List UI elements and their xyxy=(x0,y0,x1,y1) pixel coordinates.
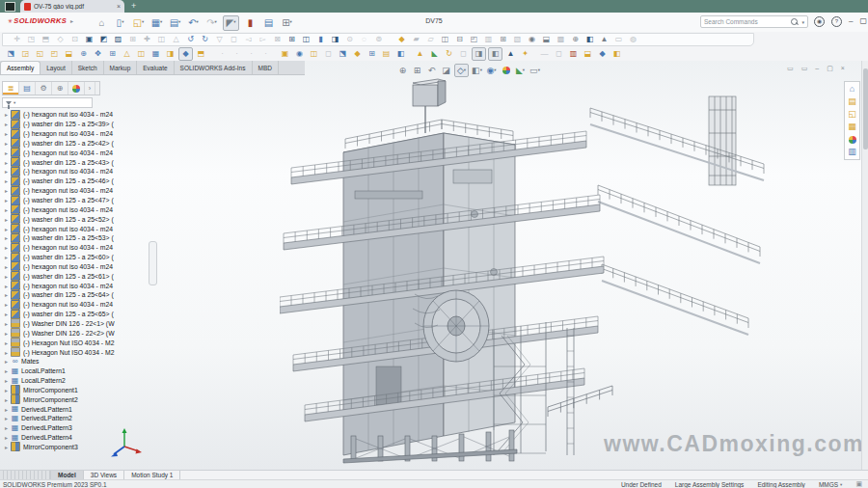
tree-item[interactable]: ▸(-) hexagon nut iso 4034 - m24 xyxy=(2,148,115,157)
expand-icon[interactable]: ▸ xyxy=(2,159,11,166)
bottom-tab-model[interactable]: Model xyxy=(51,471,84,479)
command-icon[interactable]: ▻ xyxy=(257,34,269,45)
command-icon[interactable]: ◻ xyxy=(322,48,335,60)
tab-overflow-arrow[interactable]: › xyxy=(85,82,95,95)
command-icon[interactable]: ⊟ xyxy=(453,34,466,45)
command-icon[interactable]: ⊙ xyxy=(343,34,356,45)
edit-appearance-icon[interactable] xyxy=(500,65,512,76)
expand-icon[interactable]: ▸ xyxy=(2,301,11,308)
tree-item[interactable]: ▸(-) hexagon nut iso 4034 - m24 xyxy=(2,129,115,139)
displaymanager-tab[interactable] xyxy=(68,82,85,95)
hide-show-items-icon[interactable]: ◉▾ xyxy=(485,65,498,76)
custom-properties-icon[interactable]: ▥ xyxy=(847,147,857,157)
command-icon[interactable]: ◫ xyxy=(308,48,320,60)
propertymanager-tab[interactable]: ▤ xyxy=(19,82,36,95)
tree-item[interactable]: ▸▦LocalLPattern2 xyxy=(2,376,115,386)
tree-item[interactable]: ▸(-) Washer DIN 126 - 22<2> (W xyxy=(2,328,115,338)
command-icon[interactable]: ◫ xyxy=(439,34,451,45)
command-icon[interactable]: ⬓ xyxy=(63,48,75,60)
expand-icon[interactable]: ▸ xyxy=(2,149,11,156)
tree-item[interactable]: ▸(-) washer din 125 - a 25<52> ( xyxy=(2,214,115,224)
expand-icon[interactable]: ▸ xyxy=(2,311,11,317)
command-icon[interactable]: ◧ xyxy=(488,47,502,61)
command-icon[interactable]: ↻ xyxy=(443,48,455,60)
doc-close-icon[interactable]: × xyxy=(841,65,845,71)
expand-icon[interactable]: ▸ xyxy=(2,339,11,346)
tab-evaluate[interactable]: Evaluate xyxy=(137,61,174,74)
tab-mbd[interactable]: MBD xyxy=(253,61,279,74)
expand-icon[interactable]: ▸ xyxy=(2,358,11,365)
command-icon[interactable]: ✚ xyxy=(141,34,153,45)
tree-filter-input[interactable]: ▾ xyxy=(2,97,93,108)
tree-item[interactable]: ▸(-) washer din 125 - a 25<61> ( xyxy=(2,271,115,281)
command-icon[interactable]: ◌ xyxy=(358,34,370,45)
command-icon[interactable]: ◆ xyxy=(178,47,193,61)
expand-icon[interactable]: ▸ xyxy=(2,396,11,403)
pane-splitter[interactable] xyxy=(0,471,51,479)
zoom-fit-icon[interactable]: ⊕ xyxy=(396,65,409,76)
custom-properties-tag-icon[interactable]: ▣ xyxy=(855,480,862,488)
command-icon[interactable]: ◇ xyxy=(54,34,67,45)
tree-item[interactable]: ▸(-) washer din 125 - a 25<47> ( xyxy=(2,196,115,205)
expand-icon[interactable]: ▸ xyxy=(2,283,11,289)
command-icon[interactable]: ▽ xyxy=(213,34,226,45)
expand-icon[interactable]: ▸ xyxy=(2,406,11,413)
command-icon[interactable]: ◉ xyxy=(526,34,538,45)
command-icon[interactable]: ▥ xyxy=(482,34,495,45)
bottom-tab-motion-study-1[interactable]: Motion Study 1 xyxy=(124,471,180,479)
command-icon[interactable]: ◰ xyxy=(48,48,61,60)
expand-icon[interactable]: ▸ xyxy=(2,263,11,270)
expand-icon[interactable]: ▸ xyxy=(2,367,11,374)
tree-item[interactable]: ▸(-) washer din 125 - a 25<65> ( xyxy=(2,310,115,319)
command-icon[interactable]: ◧ xyxy=(394,48,407,60)
display-style-icon[interactable]: ◧▾ xyxy=(471,65,483,76)
command-icon[interactable]: ↺ xyxy=(184,34,197,45)
view-orientation-icon[interactable]: ◇▾ xyxy=(454,64,469,77)
expand-icon[interactable]: ▸ xyxy=(2,234,11,241)
command-icon[interactable]: ✛ xyxy=(11,34,23,45)
command-icon[interactable]: ◫ xyxy=(135,48,148,60)
command-icon[interactable]: ⊞ xyxy=(497,34,509,45)
expand-icon[interactable]: ▸ xyxy=(2,216,11,223)
command-icon[interactable]: ◅ xyxy=(242,34,255,45)
expand-icon[interactable]: ▸ xyxy=(2,424,11,431)
tree-item[interactable]: ▸(-) hexagon nut iso 4034 - m24 xyxy=(2,262,115,272)
expand-icon[interactable]: ▸ xyxy=(2,291,11,298)
tree-item[interactable]: ▸MirrorComponent1 xyxy=(2,385,115,394)
expand-icon[interactable]: ▸ xyxy=(2,244,11,251)
command-icon[interactable]: ⊞ xyxy=(285,34,298,45)
expand-icon[interactable]: ▸ xyxy=(2,349,11,356)
tree-item[interactable]: ▸▦LocalLPattern1 xyxy=(2,366,115,376)
command-icon[interactable]: ⊚ xyxy=(372,34,385,45)
command-icon[interactable]: ◨ xyxy=(329,34,341,45)
command-icon[interactable]: ⊞ xyxy=(106,48,119,60)
command-icon[interactable]: ◩ xyxy=(97,34,110,45)
expand-icon[interactable]: ▸ xyxy=(2,273,11,280)
resources-icon[interactable]: ⌂ xyxy=(847,84,857,95)
tree-item[interactable]: ▸(-) Hexagon Nut ISO 4034 - M2 xyxy=(2,338,115,347)
search-dropdown-icon[interactable]: ▾ xyxy=(801,19,804,25)
command-icon[interactable]: · xyxy=(231,48,243,60)
tree-item[interactable]: ▸(-) hexagon nut iso 4034 - m24 xyxy=(2,186,115,196)
featuremanager-tab[interactable]: ≣ xyxy=(3,82,19,95)
expand-icon[interactable]: ▸ xyxy=(2,130,11,137)
command-icon[interactable]: ▤ xyxy=(380,48,393,60)
assembly-model[interactable] xyxy=(280,77,772,473)
expand-icon[interactable]: ▸ xyxy=(2,444,11,450)
command-icon[interactable]: ◆ xyxy=(596,48,609,60)
command-icon[interactable]: ⊠ xyxy=(271,34,284,45)
tree-item[interactable]: ▸∞Mates xyxy=(2,357,115,366)
command-icon[interactable]: ⬔ xyxy=(337,48,349,60)
command-icon[interactable]: ▲ xyxy=(504,48,517,60)
tree-scrollbar-thumb[interactable] xyxy=(149,241,157,285)
tree-item[interactable]: ▸(-) hexagon nut iso 4034 - m24 xyxy=(2,243,115,253)
configurationmanager-tab[interactable]: ⚙ xyxy=(36,82,52,95)
command-icon[interactable]: ◱ xyxy=(34,48,46,60)
tree-item[interactable]: ▸(-) hexagon nut iso 4034 - m24 xyxy=(2,167,115,176)
tab-sketch[interactable]: Sketch xyxy=(72,61,104,74)
appearances-icon[interactable] xyxy=(847,134,857,145)
tree-item[interactable]: ▸(-) Washer DIN 126 - 22<1> (W xyxy=(2,319,115,329)
command-icon[interactable]: ▣ xyxy=(83,34,95,45)
command-icon[interactable]: ⊞ xyxy=(126,34,139,45)
design-library-icon[interactable]: ▤ xyxy=(847,96,857,107)
